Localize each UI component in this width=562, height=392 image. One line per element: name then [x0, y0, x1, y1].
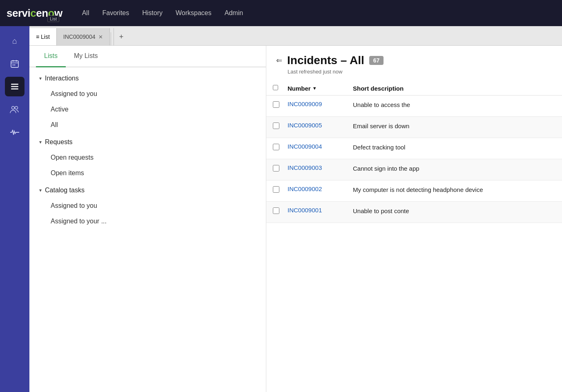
row-checkbox[interactable] [273, 164, 288, 173]
sort-arrow-icon: ▼ [312, 86, 317, 91]
select-all-checkbox[interactable] [273, 85, 278, 90]
nav-favorites[interactable]: Favorites [102, 9, 129, 17]
close-icon[interactable]: ✕ [98, 34, 103, 40]
list-group-catalog: ▾ Catalog tasks Assigned to you Assigned… [29, 183, 266, 229]
list-tabs: Lists My Lists [29, 46, 266, 67]
chevron-down-icon: ▾ [39, 76, 42, 81]
svg-rect-6 [11, 84, 18, 85]
incident-number-link[interactable]: INC0009001 [288, 207, 353, 214]
list-content: ▾ Interactions Assigned to you Active Al… [29, 67, 266, 234]
tab-incident-label: INC0009004 [63, 33, 96, 40]
tab-lists[interactable]: Lists [36, 46, 66, 67]
two-panel: Lists My Lists ▾ Interactions Assigned t… [29, 46, 562, 392]
icon-sidebar: ⌂ [0, 26, 29, 392]
incident-description: Cannot sign into the app [353, 164, 555, 173]
incidents-table: Number ▼ Short description INC0009009 Un… [266, 78, 562, 392]
tab-incident[interactable]: INC0009004 ✕ [57, 28, 110, 45]
calendar-icon[interactable] [5, 54, 25, 74]
chevron-down-icon: ▾ [39, 187, 42, 193]
right-panel: ⇐ Incidents – All 67 Last refreshed just… [266, 46, 562, 392]
list-item-interactions-assigned[interactable]: Assigned to you [29, 86, 266, 102]
list-item-interactions-active[interactable]: Active [29, 102, 266, 117]
tab-list[interactable]: ≡ List [29, 28, 57, 45]
row-select-checkbox[interactable] [273, 122, 279, 129]
table-body: INC0009009 Unable to access the INC00090… [266, 96, 562, 223]
tab-my-lists[interactable]: My Lists [66, 46, 106, 67]
table-header: Number ▼ Short description [266, 81, 562, 96]
top-navigation: servicenow List All Favorites History Wo… [0, 0, 562, 26]
main-layout: ⌂ [0, 26, 562, 392]
nav-admin[interactable]: Admin [225, 9, 243, 17]
home-icon[interactable]: ⌂ [5, 31, 25, 51]
collapse-list-icon[interactable]: ⇐ [276, 56, 282, 65]
row-select-checkbox[interactable] [273, 101, 279, 108]
row-select-checkbox[interactable] [273, 186, 279, 193]
svg-point-5 [14, 65, 16, 66]
svg-point-4 [13, 65, 14, 66]
logo: servicenow List [7, 7, 62, 20]
incident-number-link[interactable]: INC0009003 [288, 164, 353, 171]
menu-icon[interactable] [5, 77, 25, 96]
incident-number-link[interactable]: INC0009004 [288, 143, 353, 150]
table-row: INC0009005 Email server is down [266, 117, 562, 138]
group-label-interactions: Interactions [45, 75, 79, 82]
svg-rect-7 [11, 86, 18, 87]
people-icon[interactable] [5, 100, 25, 119]
logo-green-o: c [30, 7, 36, 19]
incident-number-link[interactable]: INC0009009 [288, 100, 353, 107]
incident-description: Defect tracking tool [353, 143, 555, 151]
table-row: INC0009003 Cannot sign into the app [266, 159, 562, 180]
group-header-catalog[interactable]: ▾ Catalog tasks [29, 183, 266, 198]
group-header-requests[interactable]: ▾ Requests [29, 134, 266, 150]
row-checkbox[interactable] [273, 100, 288, 109]
row-select-checkbox[interactable] [273, 144, 279, 150]
list-group-interactions: ▾ Interactions Assigned to you Active Al… [29, 71, 266, 133]
th-desc: Short description [353, 85, 555, 92]
th-checkbox [273, 85, 288, 92]
list-item-open-items[interactable]: Open items [29, 165, 266, 181]
row-checkbox[interactable] [273, 185, 288, 194]
group-header-interactions[interactable]: ▾ Interactions [29, 71, 266, 86]
list-item-open-requests[interactable]: Open requests [29, 150, 266, 165]
row-select-checkbox[interactable] [273, 207, 279, 214]
table-row: INC0009001 Unable to post conte [266, 202, 562, 223]
tab-list-label: ≡ List [36, 33, 50, 40]
group-label-requests: Requests [45, 138, 73, 146]
table-row: INC0009009 Unable to access the [266, 96, 562, 117]
chevron-down-icon: ▾ [39, 139, 42, 145]
right-panel-header: ⇐ Incidents – All 67 Last refreshed just… [266, 46, 562, 78]
svg-rect-8 [11, 89, 18, 90]
last-refreshed: Last refreshed just now [276, 69, 552, 75]
activity-icon[interactable] [5, 122, 25, 142]
svg-rect-0 [11, 61, 18, 67]
svg-point-9 [12, 107, 15, 109]
list-item-catalog-assigned-you[interactable]: Assigned to you [29, 198, 266, 214]
tab-add-button[interactable]: + [114, 28, 128, 45]
count-badge: 67 [369, 56, 384, 65]
row-select-checkbox[interactable] [273, 165, 279, 172]
table-row: INC0009004 Defect tracking tool [266, 138, 562, 159]
logo-badge: List [47, 16, 59, 22]
left-panel: Lists My Lists ▾ Interactions Assigned t… [29, 46, 266, 392]
nav-all[interactable]: All [82, 9, 89, 17]
svg-point-10 [15, 107, 18, 109]
title-row: ⇐ Incidents – All 67 [276, 54, 552, 67]
table-row: INC0009002 My computer is not detecting … [266, 180, 562, 202]
row-checkbox[interactable] [273, 122, 288, 131]
list-group-requests: ▾ Requests Open requests Open items [29, 134, 266, 181]
nav-workspaces[interactable]: Workspaces [176, 9, 212, 17]
nav-history[interactable]: History [142, 9, 163, 17]
th-number[interactable]: Number ▼ [288, 85, 353, 92]
row-checkbox[interactable] [273, 207, 288, 216]
row-checkbox[interactable] [273, 143, 288, 152]
page-title: Incidents – All [287, 54, 364, 67]
nav-links: All Favorites History Workspaces Admin [82, 9, 243, 17]
incident-number-link[interactable]: INC0009005 [288, 122, 353, 129]
list-item-catalog-assigned-your[interactable]: Assigned to your ... [29, 214, 266, 229]
tab-bar: ≡ List INC0009004 ✕ + [29, 26, 562, 46]
incident-number-link[interactable]: INC0009002 [288, 185, 353, 192]
incident-description: Unable to access the [353, 100, 555, 109]
list-item-interactions-all[interactable]: All [29, 117, 266, 133]
incident-description: Email server is down [353, 122, 555, 130]
group-label-catalog: Catalog tasks [45, 187, 85, 194]
